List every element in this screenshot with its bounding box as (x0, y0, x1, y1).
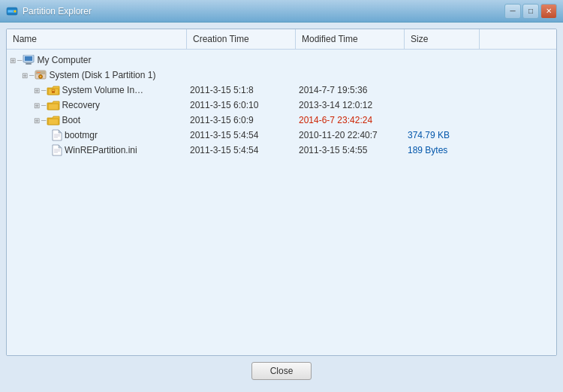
svg-rect-3 (8, 11, 13, 11)
list-item[interactable]: WinREPartition.ini 2011-3-15 5:4:54 2011… (7, 143, 556, 158)
system-partition-label: System (Disk 1 Partition 1) (49, 70, 155, 80)
item-modified-sysvolinfo: 2014-7-7 19:5:36 (296, 83, 405, 98)
list-item[interactable]: bootmgr 2011-3-15 5:4:54 2010-11-20 22:4… (7, 128, 556, 143)
item-creation-winrepartition: 2011-3-15 5:4:54 (187, 143, 296, 158)
folder-icon-recovery (47, 100, 60, 111)
col-header-name[interactable]: Name (7, 29, 187, 49)
item-creation-sysvolinfo: 2011-3-15 5:1:8 (187, 83, 296, 98)
folder-icon-boot (47, 115, 60, 126)
my-computer-label: My Computer (37, 55, 91, 65)
item-name-boot: Boot (62, 115, 80, 125)
expand-icon-computer: ⊞ (10, 56, 16, 65)
expand-icon-recovery: ⊞ (34, 101, 40, 110)
file-icon-bootmgr (52, 129, 62, 141)
bottom-bar: Close (6, 356, 557, 386)
item-size-sysvolinfo (405, 83, 480, 98)
list-item[interactable]: ⊞ ─ System Volume Inform... 2011-3-15 5:… (7, 83, 556, 98)
item-creation-bootmgr: 2011-3-15 5:4:54 (187, 128, 296, 143)
col-header-size[interactable]: Size (405, 29, 480, 49)
list-item[interactable]: ⊞ ─ Recovery 2011-3-15 6:0:10 2013-3-14 … (7, 98, 556, 113)
maximize-button[interactable]: □ (522, 4, 539, 19)
svg-rect-5 (25, 56, 32, 61)
svg-rect-15 (52, 91, 55, 93)
item-size-winrepartition: 189 Bytes (405, 143, 480, 158)
window-controls: ─ □ ✕ (504, 4, 557, 19)
item-modified-boot: 2014-6-7 23:42:24 (296, 113, 405, 128)
tree-row-system-partition[interactable]: ⊞ ─ System (Disk 1 Partition 1) (7, 68, 556, 83)
svg-point-2 (14, 10, 17, 12)
col-header-creation[interactable]: Creation Time (187, 29, 296, 49)
expand-icon-sysvolinfo: ⊞ (34, 86, 40, 95)
explorer-panel: Name Creation Time Modified Time Size ⊞ … (6, 29, 557, 356)
item-size-boot (405, 113, 480, 128)
minimize-button[interactable]: ─ (504, 4, 521, 19)
expand-icon-partition: ⊞ (22, 71, 28, 80)
close-window-button[interactable]: ✕ (540, 4, 557, 19)
svg-rect-17 (48, 119, 59, 125)
svg-rect-6 (26, 63, 32, 65)
item-modified-bootmgr: 2010-11-20 22:40:7 (296, 128, 405, 143)
title-bar: Partition Explorer ─ □ ✕ (0, 0, 563, 23)
disk-icon (35, 70, 47, 80)
folder-locked-icon (47, 85, 60, 96)
svg-rect-7 (25, 62, 32, 63)
list-item[interactable]: ⊞ ─ Boot 2011-3-15 6:0:9 2014-6-7 23:42:… (7, 113, 556, 128)
item-creation-boot: 2011-3-15 6:0:9 (187, 113, 296, 128)
app-icon (6, 5, 18, 17)
close-button[interactable]: Close (251, 362, 312, 380)
item-size-recovery (405, 98, 480, 113)
item-name-winrepartition: WinREPartition.ini (65, 145, 137, 155)
svg-rect-12 (37, 72, 41, 73)
col-header-modified[interactable]: Modified Time (296, 29, 405, 49)
item-modified-winrepartition: 2011-3-15 5:4:55 (296, 143, 405, 158)
svg-point-11 (40, 76, 41, 77)
item-name-sysvolinfo: System Volume Inform... (62, 85, 144, 95)
item-name-recovery: Recovery (62, 100, 100, 110)
column-headers: Name Creation Time Modified Time Size (7, 29, 556, 50)
item-size-bootmgr: 374.79 KB (405, 128, 480, 143)
tree-row-my-computer[interactable]: ⊞ ─ My Computer (7, 53, 556, 68)
expand-icon-boot: ⊞ (34, 116, 40, 125)
item-creation-recovery: 2011-3-15 6:0:10 (187, 98, 296, 113)
main-content: Name Creation Time Modified Time Size ⊞ … (0, 23, 563, 392)
svg-rect-16 (48, 104, 59, 110)
item-modified-recovery: 2013-3-14 12:0:12 (296, 98, 405, 113)
computer-icon (23, 55, 35, 65)
item-name-bootmgr: bootmgr (65, 130, 98, 140)
window-title: Partition Explorer (23, 6, 500, 17)
file-icon-winrepartition (52, 144, 62, 156)
tree-area[interactable]: ⊞ ─ My Computer ⊞ (7, 50, 556, 355)
